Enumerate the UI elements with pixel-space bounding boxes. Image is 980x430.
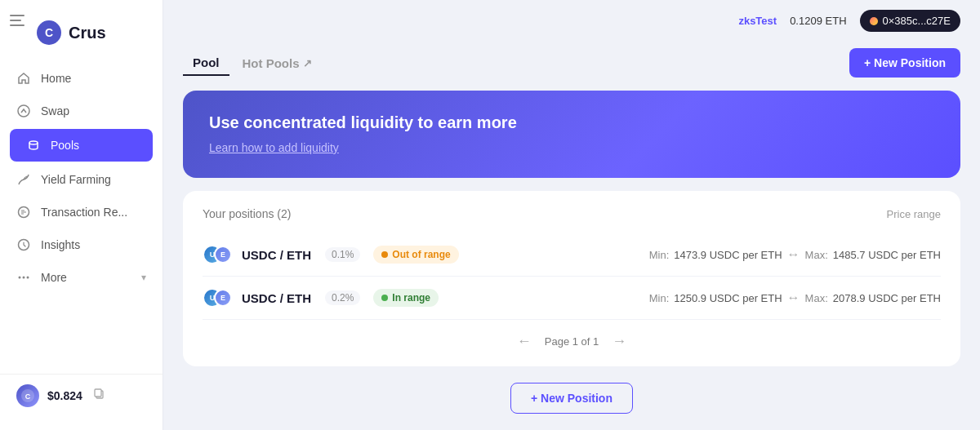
svg-point-10 <box>23 277 25 279</box>
pair-name-2: USDC / ETH <box>242 291 315 305</box>
svg-point-9 <box>19 277 21 279</box>
new-position-btn-label: + New Position <box>864 56 946 69</box>
svg-text:C: C <box>45 26 53 39</box>
svg-rect-2 <box>10 15 24 16</box>
crus-logo-icon: C <box>36 20 62 46</box>
wallet-address-text: 0×385c...c27E <box>883 15 951 27</box>
status-label-1: Out of range <box>392 249 450 260</box>
page-content: Pool Hot Pools ↗ + New Position Use conc… <box>163 42 980 430</box>
transaction-icon <box>16 205 31 219</box>
eth-balance: 0.1209 ETH <box>790 15 846 27</box>
svg-rect-3 <box>10 20 21 21</box>
token-pair-icons-2: U E <box>203 288 232 308</box>
svg-rect-15 <box>95 389 101 397</box>
main-content: zksTest 0.1209 ETH 0×385c...c27E Pool Ho… <box>163 0 980 430</box>
sidebar-item-transaction[interactable]: Transaction Re... <box>0 196 163 228</box>
sidebar: C Crus Home S <box>0 0 163 430</box>
sidebar-item-home[interactable]: Home <box>0 62 163 95</box>
more-chevron-icon: ▾ <box>141 272 146 283</box>
fee-badge-2: 0.2% <box>325 290 360 305</box>
price-range-column-label: Price range <box>887 208 941 220</box>
yield-icon <box>16 172 31 187</box>
wallet-address-badge[interactable]: 0×385c...c27E <box>860 10 960 32</box>
tabs-row: Pool Hot Pools ↗ + New Position <box>183 42 960 91</box>
copy-icon[interactable] <box>94 388 105 403</box>
positions-count-label: Your positions (2) <box>203 207 291 220</box>
price-range-row-2: Min: 1250.9 USDC per ETH ↔ Max: 2078.9 U… <box>649 290 941 305</box>
max-label-1: Max: <box>805 249 828 261</box>
hamburger-icon[interactable] <box>10 15 24 29</box>
network-badge: zksTest <box>738 15 777 27</box>
pagination: ← Page 1 of 1 → <box>203 333 941 350</box>
svg-text:C: C <box>25 392 31 401</box>
tab-pool-label: Pool <box>193 55 220 69</box>
min-price-2: 1250.9 USDC per ETH <box>674 292 782 304</box>
sidebar-item-transaction-label: Transaction Re... <box>41 206 127 219</box>
home-icon <box>16 71 31 86</box>
new-position-button-top[interactable]: + New Position <box>849 48 960 78</box>
more-icon <box>16 270 31 285</box>
sidebar-item-yield-label: Yield Farming <box>41 173 111 186</box>
bottom-btn-label: + New Position <box>531 392 612 405</box>
tab-hot-pools[interactable]: Hot Pools ↗ <box>233 51 322 75</box>
range-arrow-1: ↔ <box>787 247 800 262</box>
pools-icon <box>26 138 41 153</box>
sidebar-item-insights[interactable]: Insights <box>0 228 163 261</box>
min-price-1: 1473.9 USDC per ETH <box>674 249 782 261</box>
next-page-arrow[interactable]: → <box>612 333 626 350</box>
eth-icon: E <box>214 246 232 264</box>
token-pair-icons-1: U E <box>203 245 232 264</box>
sidebar-nav: Home Swap Pools <box>0 62 163 374</box>
sidebar-item-home-label: Home <box>41 72 71 85</box>
range-arrow-2: ↔ <box>787 290 800 305</box>
earn-more-banner: Use concentrated liquidity to earn more … <box>183 91 960 178</box>
min-label-1: Min: <box>649 249 670 261</box>
app-logo-text: Crus <box>69 24 106 42</box>
max-price-1: 1485.7 USDC per ETH <box>833 249 941 261</box>
status-dot-in <box>381 295 388 301</box>
positions-card: Your positions (2) Price range U E USDC … <box>183 191 960 366</box>
pair-name-1: USDC / ETH <box>242 248 315 262</box>
svg-point-11 <box>27 277 29 279</box>
tab-hot-pools-label: Hot Pools <box>243 56 300 70</box>
svg-point-6 <box>29 141 38 144</box>
position-row[interactable]: U E USDC / ETH 0.2% In range Min: 1250.9… <box>203 277 941 320</box>
sidebar-item-more[interactable]: More ▾ <box>0 261 163 294</box>
external-link-icon: ↗ <box>303 57 312 69</box>
status-dot-out <box>381 251 388 258</box>
position-row[interactable]: U E USDC / ETH 0.1% Out of range Min: 14… <box>203 233 941 277</box>
prev-page-arrow[interactable]: ← <box>517 333 532 350</box>
eth-icon-2: E <box>214 289 232 307</box>
status-label-2: In range <box>392 292 430 304</box>
svg-point-5 <box>18 105 29 117</box>
min-label-2: Min: <box>649 292 670 304</box>
page-indicator: Page 1 of 1 <box>545 335 599 348</box>
learn-how-link[interactable]: Learn how to add liquidity <box>209 141 339 154</box>
header: zksTest 0.1209 ETH 0×385c...c27E <box>163 0 980 42</box>
status-badge-2: In range <box>373 289 439 307</box>
sidebar-item-insights-label: Insights <box>41 238 80 251</box>
sidebar-item-swap[interactable]: Swap <box>0 95 163 127</box>
crus-price: $0.824 <box>47 389 82 402</box>
insights-icon <box>16 237 31 252</box>
max-label-2: Max: <box>805 292 828 304</box>
swap-icon <box>16 104 31 118</box>
banner-title: Use concentrated liquidity to earn more <box>209 113 934 132</box>
sidebar-item-yield-farming[interactable]: Yield Farming <box>0 163 163 196</box>
max-price-2: 2078.9 USDC per ETH <box>833 292 941 304</box>
status-badge-1: Out of range <box>373 246 458 264</box>
bottom-action-row: + New Position <box>183 383 960 414</box>
crus-token-icon: C <box>16 384 39 407</box>
svg-rect-4 <box>10 24 24 26</box>
sidebar-bottom: C $0.824 <box>0 374 163 417</box>
wallet-avatar-dot <box>870 17 878 25</box>
positions-header: Your positions (2) Price range <box>203 207 941 220</box>
price-range-row-1: Min: 1473.9 USDC per ETH ↔ Max: 1485.7 U… <box>649 247 941 262</box>
new-position-button-bottom[interactable]: + New Position <box>510 383 633 414</box>
fee-badge-1: 0.1% <box>325 247 360 262</box>
sidebar-item-more-label: More <box>41 271 67 284</box>
sidebar-item-pools-label: Pools <box>51 139 79 152</box>
tab-pool[interactable]: Pool <box>183 51 229 76</box>
sidebar-item-swap-label: Swap <box>41 104 69 117</box>
sidebar-item-pools[interactable]: Pools <box>10 129 153 162</box>
